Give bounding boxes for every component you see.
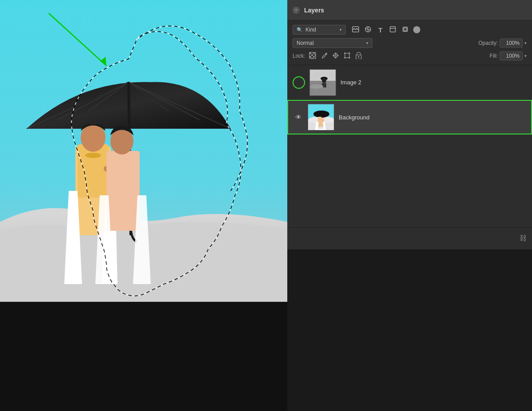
opacity-input[interactable]: 100%	[500, 39, 523, 47]
lock-transparency-icon[interactable]	[308, 52, 317, 60]
eye-icon: 👁	[295, 114, 301, 121]
svg-rect-35	[315, 54, 316, 56]
fill-input[interactable]: 100%	[500, 51, 523, 60]
lock-all-icon[interactable]	[354, 52, 363, 60]
svg-rect-24	[390, 27, 395, 32]
layer-circle-indicator	[293, 76, 305, 89]
svg-point-58	[313, 111, 329, 118]
blend-row: Normal ▾ Opacity: 100% ▾	[293, 38, 527, 48]
layers-list: Image 2 👁	[287, 65, 532, 227]
panel-footer: ⛓	[287, 227, 532, 249]
layer-item[interactable]: 👁 Background	[287, 100, 532, 134]
canvas-bottom	[0, 302, 287, 411]
svg-rect-37	[345, 53, 349, 58]
svg-rect-27	[404, 28, 407, 31]
opacity-control: Opacity: 100% ▾	[478, 39, 527, 47]
text-filter-icon[interactable]: T	[376, 26, 385, 34]
kind-label: Kind	[305, 27, 316, 33]
lock-label: Lock:	[293, 53, 305, 59]
lock-image-icon[interactable]	[320, 52, 329, 60]
panel-header: × Layers	[287, 0, 532, 20]
svg-point-54	[310, 84, 323, 89]
opacity-chevron-icon: ▾	[524, 41, 527, 45]
layer-thumbnail	[308, 104, 334, 130]
fill-label: Fill:	[489, 53, 498, 59]
panel-close-button[interactable]: ×	[293, 7, 300, 14]
svg-point-47	[358, 56, 359, 57]
fill-control: Fill: 100% ▾	[489, 51, 527, 60]
panel-toolbar: 🔍 Kind ▾	[287, 20, 532, 65]
close-icon: ×	[295, 8, 297, 12]
layer-name: Background	[339, 114, 526, 121]
lock-artboard-icon[interactable]	[343, 52, 352, 60]
svg-rect-18	[106, 151, 140, 231]
kind-dropdown[interactable]: 🔍 Kind ▾	[293, 25, 346, 35]
filter-toggle[interactable]	[413, 26, 420, 33]
shape-filter-icon[interactable]	[388, 26, 397, 34]
fill-chevron-icon: ▾	[524, 54, 527, 58]
svg-rect-31	[313, 52, 315, 54]
filter-row: 🔍 Kind ▾	[293, 25, 527, 35]
lock-row: Lock:	[293, 51, 527, 60]
layer-visibility-toggle[interactable]: 👁	[293, 114, 303, 121]
blend-mode-dropdown[interactable]: Normal ▾	[293, 38, 372, 48]
layer-item[interactable]: Image 2	[287, 65, 532, 100]
panel-title: Layers	[304, 7, 324, 14]
dropdown-arrow-icon: ▾	[340, 28, 342, 32]
svg-rect-29	[309, 52, 311, 54]
svg-rect-33	[313, 56, 315, 58]
svg-rect-30	[311, 54, 313, 56]
blend-mode-label: Normal	[297, 40, 314, 46]
layer-name: Image 2	[340, 79, 527, 86]
opacity-label: Opacity:	[478, 40, 498, 46]
layer-thumbnail	[309, 69, 336, 96]
lock-icons	[308, 52, 363, 60]
svg-point-51	[322, 78, 326, 83]
svg-rect-53	[310, 87, 336, 96]
panel-dark-area	[287, 249, 532, 411]
layers-panel: × Layers 🔍 Kind ▾	[287, 0, 532, 411]
link-chain-icon: ⛓	[520, 234, 527, 242]
canvas-area[interactable]	[0, 0, 287, 411]
svg-rect-32	[309, 56, 311, 58]
search-icon: 🔍	[297, 27, 303, 33]
lock-position-icon[interactable]	[331, 52, 340, 60]
image-filter-icon[interactable]	[351, 26, 360, 34]
svg-rect-15	[78, 144, 109, 198]
adjustment-filter-icon[interactable]	[364, 26, 372, 34]
svg-rect-34	[311, 58, 313, 59]
svg-point-17	[85, 153, 101, 158]
blend-dropdown-arrow-icon: ▾	[366, 41, 368, 45]
smart-filter-icon[interactable]	[401, 26, 410, 34]
filter-icons: T	[351, 26, 420, 34]
